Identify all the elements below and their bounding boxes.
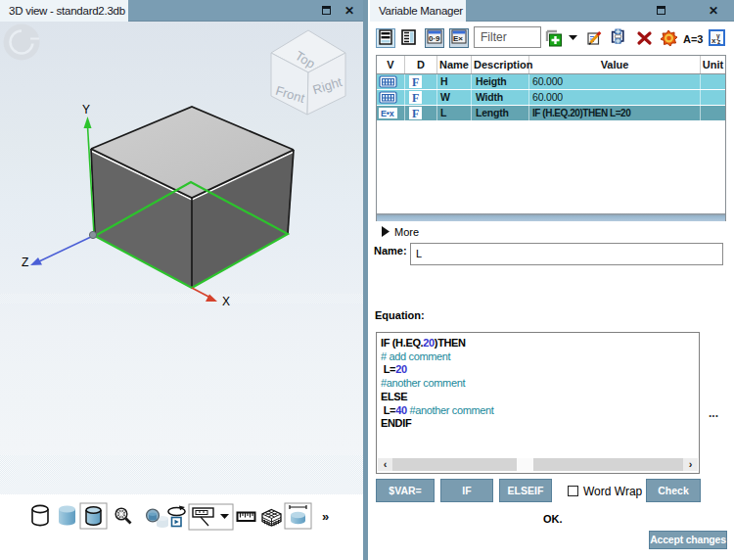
svg-text:»: »	[322, 509, 329, 524]
svg-text:F: F	[412, 107, 419, 120]
svg-text:X: X	[222, 295, 230, 308]
svg-text:Y: Y	[82, 103, 90, 117]
svg-text:E•x: E•x	[381, 109, 394, 118]
svg-text:F: F	[412, 91, 419, 105]
svg-text:Z: Z	[22, 256, 28, 269]
svg-text:E×: E×	[453, 34, 463, 43]
svg-text:A=3: A=3	[683, 33, 704, 45]
svg-text:F: F	[412, 75, 419, 89]
svg-text:0·9: 0·9	[429, 34, 440, 43]
